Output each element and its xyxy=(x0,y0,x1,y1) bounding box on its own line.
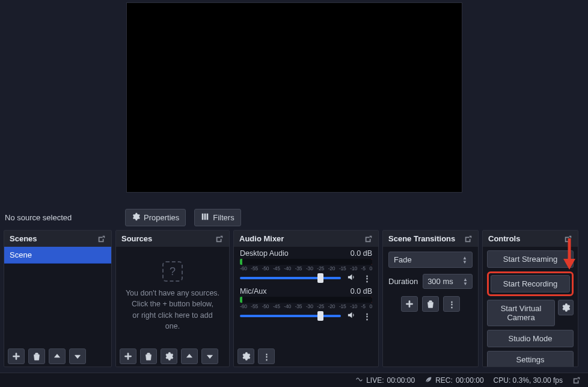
scene-item[interactable]: Scene xyxy=(4,247,111,264)
spinner-icon: ▲▼ xyxy=(463,277,468,286)
popout-icon[interactable] xyxy=(215,235,224,243)
sources-empty-line2: Click the + button below, xyxy=(132,300,213,308)
transition-menu-button[interactable]: ⋮ xyxy=(443,296,460,312)
gear-icon xyxy=(132,212,140,223)
remove-scene-button[interactable] xyxy=(28,348,45,364)
scenes-list[interactable]: Scene xyxy=(4,247,111,346)
add-transition-button[interactable] xyxy=(401,296,418,312)
properties-button[interactable]: Properties xyxy=(125,209,186,226)
remove-transition-button[interactable] xyxy=(422,296,439,312)
start-virtual-camera-button[interactable]: Start Virtual Camera xyxy=(487,300,555,326)
remove-source-button[interactable] xyxy=(140,348,157,364)
scene-up-button[interactable] xyxy=(49,348,66,364)
source-status-text: No source selected xyxy=(5,213,117,222)
popout-icon[interactable] xyxy=(564,235,572,243)
channel-menu-button[interactable]: ⋮ xyxy=(361,274,372,283)
controls-dock: Controls Start Streaming Start Recording… xyxy=(482,230,578,367)
vu-meter xyxy=(240,297,372,303)
status-bar: LIVE: 00:00:00 REC: 00:00:00 CPU: 0.3%, … xyxy=(0,373,588,387)
connection-status: LIVE: 00:00:00 xyxy=(355,376,415,385)
source-down-button[interactable] xyxy=(201,348,218,364)
popout-icon[interactable] xyxy=(364,235,373,243)
audio-mixer-dock: Audio Mixer Desktop Audio 0.0 dB -60-55-… xyxy=(233,230,379,367)
select-spinner-icon: ▲▼ xyxy=(462,256,467,264)
channel-name: Mic/Aux xyxy=(240,287,266,296)
rec-time: 00:00:00 xyxy=(456,376,484,385)
sources-dock: Sources ? You don't have any sources. Cl… xyxy=(115,230,230,367)
live-time: 00:00:00 xyxy=(387,376,415,385)
filters-button[interactable]: Filters xyxy=(194,209,240,226)
popout-icon[interactable] xyxy=(464,235,473,243)
mixer-advanced-button[interactable] xyxy=(237,348,254,364)
volume-slider[interactable] xyxy=(240,315,341,317)
recording-status: REC: 00:00:00 xyxy=(424,376,483,385)
mixer-channel: Desktop Audio 0.0 dB -60-55-50-45-40-35-… xyxy=(234,247,378,285)
leaf-icon xyxy=(424,376,432,385)
rec-label: REC: xyxy=(435,376,453,385)
sources-empty-line1: You don't have any sources. xyxy=(126,289,219,297)
scenes-title: Scenes xyxy=(10,234,37,243)
start-streaming-button[interactable]: Start Streaming xyxy=(487,250,574,268)
studio-mode-button[interactable]: Studio Mode xyxy=(487,330,574,347)
cpu-status: CPU: 0.3%, 30.00 fps xyxy=(494,376,563,385)
mixer-menu-button[interactable]: ⋮ xyxy=(258,348,275,364)
speaker-icon[interactable] xyxy=(346,273,357,283)
add-source-button[interactable] xyxy=(120,348,136,364)
channel-menu-button[interactable]: ⋮ xyxy=(361,312,372,321)
preview-canvas[interactable] xyxy=(126,2,462,193)
volume-slider[interactable] xyxy=(240,277,341,279)
audio-mixer-title: Audio Mixer xyxy=(239,234,284,243)
duration-label: Duration xyxy=(388,277,418,286)
sources-title: Sources xyxy=(121,234,152,243)
filters-label: Filters xyxy=(213,213,234,222)
properties-label: Properties xyxy=(144,213,179,222)
question-icon: ? xyxy=(162,261,183,282)
transition-select[interactable]: Fade ▲▼ xyxy=(388,252,473,268)
settings-button[interactable]: Settings xyxy=(487,351,574,367)
duration-value: 300 ms xyxy=(427,277,453,286)
transition-selected: Fade xyxy=(394,255,412,264)
virtual-camera-settings-button[interactable] xyxy=(558,300,574,315)
popout-icon[interactable] xyxy=(97,235,106,243)
start-recording-button[interactable]: Start Recording xyxy=(491,275,570,293)
popout-icon[interactable] xyxy=(572,376,581,385)
source-properties-button[interactable] xyxy=(161,348,177,364)
channel-db: 0.0 dB xyxy=(351,249,372,258)
sources-empty-line3: or right click here to add one. xyxy=(132,311,212,330)
filters-icon xyxy=(201,212,209,223)
channel-name: Desktop Audio xyxy=(240,249,289,258)
preview-toolbar: No source selected Properties Filters xyxy=(0,205,588,230)
source-up-button[interactable] xyxy=(181,348,198,364)
preview-area xyxy=(0,0,588,205)
live-label: LIVE: xyxy=(366,376,384,385)
vu-meter xyxy=(240,259,372,265)
annotation-highlight: Start Recording xyxy=(487,271,574,296)
add-scene-button[interactable] xyxy=(8,348,25,364)
transitions-title: Scene Transitions xyxy=(388,234,455,243)
mixer-channel: Mic/Aux 0.0 dB -60-55-50-45-40-35-30-25-… xyxy=(234,285,378,323)
scene-down-button[interactable] xyxy=(69,348,86,364)
channel-db: 0.0 dB xyxy=(351,287,372,296)
transitions-dock: Scene Transitions Fade ▲▼ Duration 300 m… xyxy=(382,230,479,367)
scenes-dock: Scenes Scene xyxy=(4,230,112,367)
meter-ticks: -60-55-50-45-40-35-30-25-20-15-10-50 xyxy=(240,303,372,311)
broadcast-icon xyxy=(355,376,363,385)
speaker-icon[interactable] xyxy=(346,311,357,321)
meter-ticks: -60-55-50-45-40-35-30-25-20-15-10-50 xyxy=(240,265,372,273)
duration-spinbox[interactable]: 300 ms ▲▼ xyxy=(423,274,473,289)
sources-list[interactable]: ? You don't have any sources. Click the … xyxy=(116,247,229,346)
controls-title: Controls xyxy=(488,234,520,243)
